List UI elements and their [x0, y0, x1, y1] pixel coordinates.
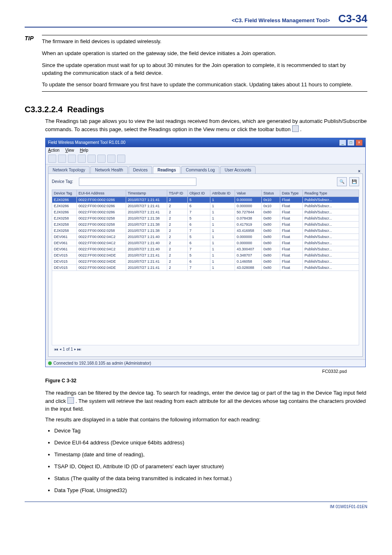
- table-cell: 0022:FF00:0002:04DE: [77, 258, 126, 264]
- col-attribute-id[interactable]: Attribute ID: [210, 190, 235, 197]
- table-cell: 2010/07/27 1:21:38: [126, 215, 167, 221]
- figure-caption: Figure C 3-32: [45, 378, 367, 384]
- table-cell: 1: [210, 252, 235, 258]
- titlebar[interactable]: Field Wireless Management Tool R1.01.00 …: [46, 138, 365, 147]
- table-cell: Publish/Subscr...: [303, 203, 359, 209]
- toolbar-button[interactable]: [68, 155, 76, 163]
- table-cell: 0022:FF00:0002:0258: [77, 227, 126, 234]
- table-cell: DEV015: [52, 264, 77, 271]
- tab-network-health[interactable]: Network Health: [90, 166, 127, 173]
- table-cell: Float: [280, 227, 303, 234]
- table-cell: DEV061: [52, 234, 77, 240]
- minimize-button[interactable]: _: [339, 139, 346, 146]
- table-cell: Publish/Subscr...: [303, 227, 359, 234]
- col-eui64[interactable]: EUI-64 Address: [77, 190, 126, 197]
- pager-next-icon[interactable]: ▶: [74, 347, 76, 352]
- table-row[interactable]: EJX02860022:FF00:0002:02862010/07/27 1:2…: [52, 203, 359, 209]
- table-row[interactable]: DEV0610022:FF00:0002:04C22010/07/27 1:21…: [52, 240, 359, 246]
- table-cell: 0x80: [262, 246, 280, 252]
- search-row: Device Tag: 🔍 💾: [52, 177, 359, 186]
- menubar: Action View Help: [46, 147, 365, 153]
- col-data-type[interactable]: Data Type: [280, 190, 303, 197]
- col-timestamp[interactable]: Timestamp: [126, 190, 167, 197]
- table-row[interactable]: EJX02580022:FF00:0002:02582010/07/27 1:2…: [52, 215, 359, 221]
- table-cell: 5: [188, 197, 210, 203]
- table-cell: 2010/07/27 1:21:41: [126, 252, 167, 258]
- toolbar-button[interactable]: [107, 155, 115, 163]
- toolbar-button[interactable]: [97, 155, 106, 163]
- table-cell: 2: [167, 252, 188, 258]
- col-status[interactable]: Status: [262, 190, 280, 197]
- table-row[interactable]: EJX02580022:FF00:0002:02582010/07/27 1:2…: [52, 227, 359, 234]
- after-para-2: The results are displayed in a table tha…: [45, 416, 367, 424]
- col-value[interactable]: Value: [235, 190, 262, 197]
- table-cell: 2010/07/27 1:21:41: [126, 209, 167, 215]
- table-cell: 0022:FF00:0002:0258: [77, 215, 126, 221]
- toolbar-button[interactable]: [78, 155, 86, 163]
- pager-last-icon[interactable]: ⏭: [77, 347, 81, 352]
- menu-help[interactable]: Help: [80, 148, 88, 153]
- table-cell: 0022:FF00:0002:04C2: [77, 234, 126, 240]
- table-cell: 7: [188, 227, 210, 234]
- toolbar-button[interactable]: [88, 155, 96, 163]
- table-cell: 0022:FF00:0002:04C2: [77, 240, 126, 246]
- table-cell: 43.300407: [235, 246, 262, 252]
- list-item: Data Type (Float, Unsigned32): [54, 487, 367, 495]
- menu-view[interactable]: View: [65, 148, 74, 153]
- tip-para: To update the sensor board firmware you …: [42, 81, 367, 89]
- tab-devices[interactable]: Devices: [129, 166, 152, 173]
- table-cell: Float: [280, 258, 303, 264]
- table-row[interactable]: DEV0150022:FF00:0002:04DE2010/07/27 1:21…: [52, 258, 359, 264]
- menu-action[interactable]: Action: [48, 148, 60, 153]
- tip-para: The firmware in field devices is updated…: [42, 38, 367, 46]
- maximize-button[interactable]: □: [347, 139, 355, 146]
- table-cell: Publish/Subscr...: [303, 258, 359, 264]
- tab-close-icon[interactable]: ×: [355, 169, 363, 173]
- tip-block: TIP The firmware in field devices is upd…: [25, 35, 367, 92]
- col-tsap-id[interactable]: TSAP ID: [167, 190, 188, 197]
- table-cell: 2: [167, 221, 188, 227]
- col-object-id[interactable]: Object ID: [188, 190, 210, 197]
- table-cell: 2: [167, 197, 188, 203]
- search-icon[interactable]: 🔍: [337, 177, 347, 186]
- table-row[interactable]: DEV0150022:FF00:0002:04DE2010/07/27 1:21…: [52, 252, 359, 258]
- section-number: C3.3.2.2.4: [25, 105, 62, 114]
- table-cell: Float: [280, 209, 303, 215]
- pager-prev-icon[interactable]: ◀: [60, 347, 62, 352]
- page-footer: IM 01W01F01-01EN: [25, 502, 367, 509]
- header-page: C3-34: [338, 12, 367, 25]
- table-row[interactable]: EJX02860022:FF00:0002:02862010/07/27 1:2…: [52, 209, 359, 215]
- table-cell: 7: [188, 264, 210, 271]
- table-cell: Publish/Subscr...: [303, 215, 359, 221]
- tab-network-topology[interactable]: Network Topology: [48, 166, 90, 173]
- toolbar-button[interactable]: [48, 155, 56, 163]
- col-device-tag[interactable]: Device Tag: [52, 190, 77, 197]
- toolbar-button[interactable]: [117, 155, 125, 163]
- table-cell: 2010/07/27 1:21:40: [126, 240, 167, 246]
- section-title: Readings: [67, 105, 104, 114]
- table-cell: 0022:FF00:0002:04DE: [77, 264, 126, 271]
- save-icon[interactable]: 💾: [349, 177, 359, 186]
- table-row[interactable]: DEV0150022:FF00:0002:04DE2010/07/27 1:21…: [52, 264, 359, 271]
- tab-user-accounts[interactable]: User Accounts: [220, 166, 256, 173]
- col-reading-type[interactable]: Reading Type: [303, 190, 359, 197]
- device-tag-input[interactable]: [79, 178, 196, 186]
- status-dot-icon: [48, 361, 52, 365]
- tab-readings[interactable]: Readings: [153, 166, 180, 173]
- list-item: Device EUI-64 address (Device unique 64b…: [54, 439, 367, 447]
- table-row[interactable]: EJX02580022:FF00:0002:02582010/07/27 1:2…: [52, 221, 359, 227]
- table-cell: 0x80: [262, 227, 280, 234]
- table-cell: 1: [210, 234, 235, 240]
- pager-first-icon[interactable]: ⏮: [54, 347, 58, 352]
- toolbar-button[interactable]: [58, 155, 66, 163]
- table-row[interactable]: DEV0610022:FF00:0002:04C22010/07/27 1:21…: [52, 246, 359, 252]
- table-cell: DEV061: [52, 246, 77, 252]
- tab-commands-log[interactable]: Commands Log: [181, 166, 219, 173]
- screenshot-figure: Field Wireless Management Tool R1.01.00 …: [45, 138, 366, 367]
- close-button[interactable]: ×: [355, 139, 363, 146]
- table-row[interactable]: DEV0610022:FF00:0002:04C22010/07/27 1:21…: [52, 234, 359, 240]
- table-row[interactable]: EJX02860022:FF00:0002:02862010/07/27 1:2…: [52, 197, 359, 203]
- table-cell: 2010/07/27 1:21:40: [126, 246, 167, 252]
- table-cell: 1: [210, 258, 235, 264]
- table-cell: 0.146058: [235, 258, 262, 264]
